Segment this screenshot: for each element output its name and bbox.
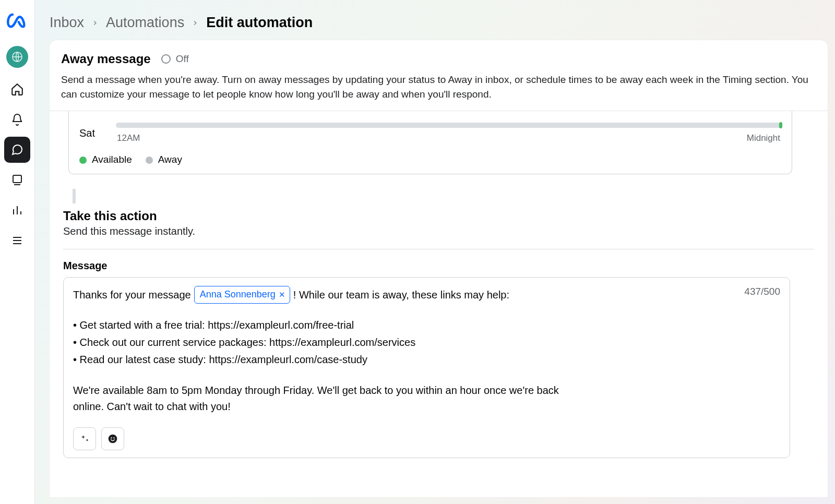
message-text-after: ! While our team is away, these links ma… (293, 287, 509, 303)
section-description: Send a message when you're away. Turn on… (61, 73, 816, 101)
toggle-label: Off (176, 53, 189, 65)
personalize-button[interactable] (73, 427, 96, 450)
personalization-chip[interactable]: Anna Sonnenberg ✕ (194, 286, 290, 304)
action-block: Take this action Send this message insta… (61, 209, 816, 458)
section-header: Away message Off Send a message when you… (50, 40, 828, 111)
nav-insights[interactable] (4, 197, 30, 223)
main-area: Inbox Automations Edit automation Away m… (35, 0, 835, 504)
workspace-avatar[interactable] (6, 46, 28, 68)
breadcrumb: Inbox Automations Edit automation (35, 0, 835, 40)
divider (63, 249, 814, 249)
legend-available-label: Available (92, 154, 132, 165)
chevron-right-icon (91, 19, 99, 27)
chevron-right-icon (192, 19, 199, 27)
breadcrumb-current: Edit automation (206, 15, 313, 31)
chip-remove-icon[interactable]: ✕ (279, 289, 285, 301)
nav-inbox[interactable] (4, 137, 30, 163)
time-track[interactable] (116, 123, 781, 128)
section-connector (73, 189, 76, 203)
breadcrumb-inbox[interactable]: Inbox (50, 15, 84, 31)
meta-logo[interactable] (6, 9, 28, 31)
action-title: Take this action (63, 209, 814, 223)
status-toggle[interactable]: Off (161, 53, 189, 65)
time-start-label: 12AM (117, 133, 140, 143)
automation-card: Away message Off Send a message when you… (50, 40, 828, 497)
svg-point-2 (109, 435, 117, 443)
legend-away-label: Away (158, 154, 182, 165)
message-bullet: • Read our latest case study: https://ex… (73, 352, 780, 368)
section-title: Away message (61, 52, 151, 66)
message-editor[interactable]: 437/500 Thanks for your message Anna Son… (63, 277, 790, 458)
toggle-off-icon (161, 54, 171, 64)
message-bullet: • Check out our current service packages… (73, 334, 780, 351)
timing-schedule: Sat 12AM Midnight Available (68, 111, 792, 174)
emoji-button[interactable] (101, 427, 124, 450)
message-text-before: Thanks for your message (73, 287, 191, 303)
legend-away-dot (146, 157, 153, 164)
legend-available-dot (79, 157, 87, 164)
svg-rect-1 (13, 175, 21, 183)
nav-content[interactable] (4, 167, 30, 193)
message-footer-text: We're available 8am to 5pm Monday throug… (73, 382, 574, 415)
message-bullet: • Get started with a free trial: https:/… (73, 317, 780, 333)
action-subtitle: Send this message instantly. (63, 225, 814, 237)
char-counter: 437/500 (744, 286, 780, 297)
svg-point-3 (111, 437, 112, 438)
chip-label: Anna Sonnenberg (200, 287, 276, 302)
svg-point-4 (113, 437, 114, 438)
nav-home[interactable] (4, 76, 30, 102)
message-label: Message (63, 260, 814, 272)
breadcrumb-automations[interactable]: Automations (106, 15, 184, 31)
legend: Available Away (79, 154, 781, 165)
time-end-label: Midnight (747, 133, 780, 143)
sidebar (0, 0, 35, 504)
time-end-marker (779, 122, 782, 128)
nav-notifications[interactable] (4, 106, 30, 133)
day-label: Sat (79, 127, 102, 139)
nav-menu[interactable] (4, 227, 30, 254)
